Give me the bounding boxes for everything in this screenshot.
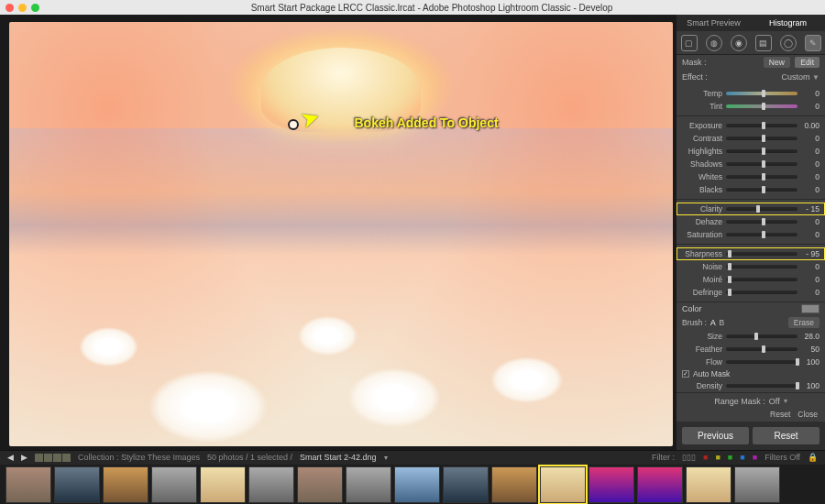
slider-track[interactable] — [726, 347, 798, 351]
slider-contrast[interactable]: Contrast 0 — [676, 132, 825, 145]
slider-clarity[interactable]: Clarity - 15 — [676, 203, 825, 215]
filmstrip-thumb[interactable] — [103, 466, 148, 503]
slider-value[interactable]: 0 — [798, 134, 820, 143]
filmstrip-thumb[interactable] — [200, 466, 246, 503]
tab-smart-preview[interactable]: Smart Preview — [676, 18, 751, 27]
slider-highlights[interactable]: Highlights 0 — [676, 145, 825, 158]
effect-dropdown-icon[interactable]: ▼ — [812, 73, 820, 82]
slider-flow[interactable]: Flow 100 — [676, 356, 825, 368]
slider-value[interactable]: 100 — [798, 381, 820, 390]
slider-value[interactable]: 0 — [798, 102, 820, 111]
color-filter-green[interactable]: ■ — [728, 453, 732, 462]
slider-value[interactable]: 0 — [798, 275, 820, 284]
maximize-traffic-light[interactable] — [31, 4, 39, 12]
slider-track[interactable] — [726, 137, 798, 140]
color-filter-yellow[interactable]: ■ — [715, 453, 720, 462]
automask-checkbox[interactable]: ✓ — [682, 370, 689, 378]
grid-view-icon[interactable] — [35, 454, 71, 462]
filmstrip-thumb[interactable] — [297, 466, 343, 503]
filmstrip-thumb[interactable] — [346, 466, 391, 503]
brush-a[interactable]: A — [710, 318, 716, 327]
slider-track[interactable] — [726, 278, 798, 281]
slider-defringe[interactable]: Defringe 0 — [676, 286, 825, 299]
slider-track[interactable] — [726, 175, 798, 179]
radial-tool-icon[interactable]: ◯ — [780, 35, 797, 51]
gradient-tool-icon[interactable]: ▤ — [755, 35, 772, 51]
rangemask-dropdown-icon[interactable]: ▾ — [784, 397, 787, 405]
slider-value[interactable]: 0 — [798, 172, 820, 181]
slider-blacks[interactable]: Blacks 0 — [676, 183, 825, 196]
filmstrip-thumb[interactable] — [491, 466, 537, 503]
filmstrip-thumb[interactable] — [540, 466, 586, 503]
brush-erase-button[interactable]: Erase — [788, 317, 820, 328]
slider-value[interactable]: 0.00 — [798, 121, 820, 130]
slider-track[interactable] — [726, 233, 798, 236]
redeye-tool-icon[interactable]: ◉ — [731, 35, 747, 51]
slider-value[interactable]: 0 — [798, 217, 820, 226]
slider-noise[interactable]: Noise 0 — [676, 260, 825, 273]
slider-tint[interactable]: Tint 0 — [676, 100, 825, 113]
filmstrip-thumb[interactable] — [734, 466, 780, 503]
crop-tool-icon[interactable]: ▢ — [681, 35, 698, 51]
slider-dehaze[interactable]: Dehaze 0 — [676, 215, 825, 228]
slider-value[interactable]: 0 — [798, 262, 820, 271]
slider-temp[interactable]: Temp 0 — [676, 87, 825, 100]
spot-tool-icon[interactable]: ◍ — [706, 35, 722, 51]
slider-track[interactable] — [726, 124, 798, 127]
nav-fwd-icon[interactable]: ▶ — [21, 453, 28, 462]
filmstrip-thumb[interactable] — [6, 466, 51, 503]
slider-track[interactable] — [726, 104, 798, 108]
filmstrip-thumb[interactable] — [588, 466, 634, 503]
collection-dropdown-icon[interactable]: ▾ — [384, 454, 388, 462]
slider-saturation[interactable]: Saturation 0 — [676, 228, 825, 241]
mask-edit-button[interactable]: Edit — [795, 57, 820, 68]
rangemask-value[interactable]: Off — [769, 397, 780, 406]
color-filter-red[interactable]: ■ — [703, 453, 708, 462]
slider-value[interactable]: 50 — [798, 345, 820, 354]
slider-feather[interactable]: Feather 50 — [676, 343, 825, 356]
slider-value[interactable]: 0 — [798, 288, 820, 297]
slider-track[interactable] — [726, 188, 798, 192]
photo-canvas[interactable]: ➤ Bokeh Added To Object — [9, 22, 673, 446]
slider-track[interactable] — [726, 162, 798, 166]
slider-sharpness[interactable]: Sharpness - 95 — [676, 247, 825, 260]
slider-whites[interactable]: Whites 0 — [676, 170, 825, 183]
slider-value[interactable]: 0 — [798, 147, 820, 156]
panel-reset-link[interactable]: Reset — [770, 410, 790, 419]
filmstrip-thumb[interactable] — [151, 466, 197, 503]
mask-new-button[interactable]: New — [764, 57, 790, 68]
automask-row[interactable]: ✓ Auto Mask — [676, 368, 825, 379]
filmstrip-thumb[interactable] — [443, 466, 489, 503]
minimize-traffic-light[interactable] — [18, 4, 27, 12]
slider-value[interactable]: 0 — [798, 230, 820, 239]
filmstrip-thumb[interactable] — [394, 466, 440, 503]
color-filter-purple[interactable]: ■ — [753, 453, 757, 462]
slider-track[interactable] — [726, 290, 798, 294]
slider-moiré[interactable]: Moiré 0 — [676, 273, 825, 286]
slider-value[interactable]: - 15 — [798, 204, 820, 214]
slider-value[interactable]: 0 — [798, 185, 820, 194]
slider-density[interactable]: Density 100 — [676, 379, 825, 392]
slider-track[interactable] — [726, 360, 798, 364]
nav-back-icon[interactable]: ◀ — [7, 453, 14, 462]
slider-value[interactable]: 0 — [798, 159, 820, 169]
slider-value[interactable]: - 95 — [798, 249, 820, 258]
filters-off[interactable]: Filters Off — [764, 453, 800, 462]
previous-button[interactable]: Previous — [682, 427, 749, 444]
slider-value[interactable]: 0 — [798, 89, 820, 98]
filmstrip-thumb[interactable] — [54, 466, 100, 503]
color-filter-blue[interactable]: ■ — [740, 453, 744, 462]
slider-value[interactable]: 100 — [798, 357, 820, 367]
effect-preset[interactable]: Custom — [782, 72, 810, 82]
slider-size[interactable]: Size 28.0 — [676, 330, 825, 343]
slider-track[interactable] — [726, 384, 798, 388]
filmstrip[interactable] — [0, 465, 825, 504]
slider-track[interactable] — [726, 207, 798, 211]
brush-tool-icon[interactable]: ✎ — [805, 35, 821, 51]
brush-b[interactable]: B — [720, 318, 725, 327]
color-swatch[interactable] — [801, 304, 820, 313]
slider-shadows[interactable]: Shadows 0 — [676, 158, 825, 170]
slider-track[interactable] — [726, 220, 798, 224]
slider-track[interactable] — [726, 265, 798, 268]
slider-track[interactable] — [726, 149, 798, 153]
